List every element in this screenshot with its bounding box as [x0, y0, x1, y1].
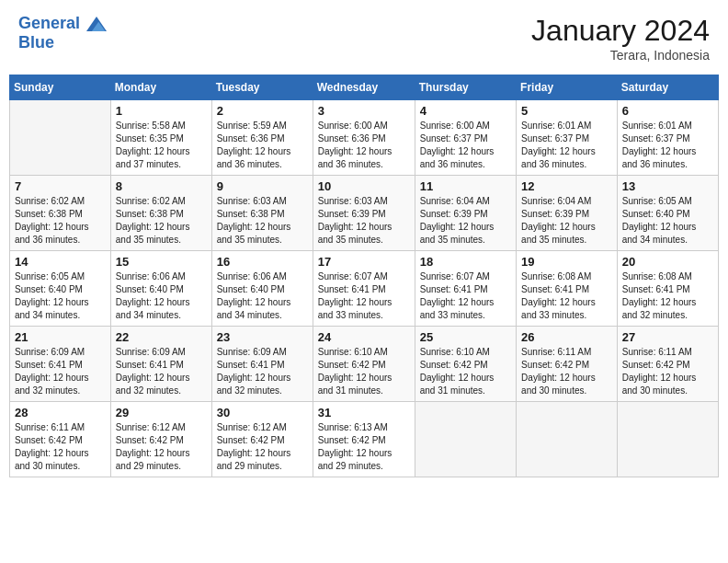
calendar-day-cell: 12Sunrise: 6:04 AM Sunset: 6:39 PM Dayli… [517, 176, 618, 251]
day-info: Sunrise: 6:10 AM Sunset: 6:42 PM Dayligh… [318, 346, 410, 397]
day-info: Sunrise: 6:04 AM Sunset: 6:39 PM Dayligh… [420, 195, 511, 247]
day-info: Sunrise: 6:10 AM Sunset: 6:42 PM Dayligh… [420, 346, 511, 397]
calendar-day-cell: 30Sunrise: 6:12 AM Sunset: 6:42 PM Dayli… [211, 402, 313, 477]
day-info: Sunrise: 6:09 AM Sunset: 6:41 PM Dayligh… [116, 346, 207, 397]
calendar-day-cell [617, 402, 718, 477]
calendar-day-cell: 2Sunrise: 5:59 AM Sunset: 6:36 PM Daylig… [211, 100, 313, 176]
calendar-day-cell [10, 100, 111, 176]
calendar-day-cell: 23Sunrise: 6:09 AM Sunset: 6:41 PM Dayli… [211, 327, 313, 402]
weekday-header: Tuesday [211, 75, 313, 100]
day-info: Sunrise: 6:09 AM Sunset: 6:41 PM Dayligh… [217, 346, 308, 397]
day-number: 19 [521, 255, 612, 269]
day-info: Sunrise: 6:07 AM Sunset: 6:41 PM Dayligh… [318, 270, 410, 322]
day-number: 10 [318, 179, 410, 193]
day-number: 30 [217, 406, 308, 419]
day-number: 2 [217, 104, 308, 118]
day-number: 5 [521, 104, 612, 118]
day-number: 16 [217, 255, 308, 269]
day-info: Sunrise: 6:11 AM Sunset: 6:42 PM Dayligh… [521, 346, 612, 397]
day-number: 8 [116, 179, 207, 193]
day-info: Sunrise: 6:11 AM Sunset: 6:42 PM Dayligh… [15, 421, 106, 473]
day-info: Sunrise: 6:00 AM Sunset: 6:36 PM Dayligh… [318, 120, 410, 171]
day-number: 12 [521, 179, 612, 193]
day-info: Sunrise: 6:06 AM Sunset: 6:40 PM Dayligh… [116, 270, 207, 322]
calendar-day-cell: 3Sunrise: 6:00 AM Sunset: 6:36 PM Daylig… [313, 100, 415, 176]
calendar-day-cell: 9Sunrise: 6:03 AM Sunset: 6:38 PM Daylig… [211, 176, 313, 251]
page-header: General Blue January 2024 Terara, Indone… [9, 9, 719, 67]
day-number: 9 [217, 179, 308, 193]
day-info: Sunrise: 6:03 AM Sunset: 6:38 PM Dayligh… [217, 195, 308, 247]
day-info: Sunrise: 6:09 AM Sunset: 6:41 PM Dayligh… [15, 346, 106, 397]
calendar-day-cell: 1Sunrise: 5:58 AM Sunset: 6:35 PM Daylig… [110, 100, 211, 176]
weekday-header: Friday [517, 75, 618, 100]
calendar-day-cell: 5Sunrise: 6:01 AM Sunset: 6:37 PM Daylig… [517, 100, 618, 176]
day-number: 11 [420, 179, 511, 193]
day-number: 1 [116, 104, 207, 118]
calendar-table: SundayMondayTuesdayWednesdayThursdayFrid… [9, 75, 719, 477]
day-number: 27 [622, 330, 713, 344]
calendar-day-cell: 13Sunrise: 6:05 AM Sunset: 6:40 PM Dayli… [617, 176, 718, 251]
calendar-day-cell: 29Sunrise: 6:12 AM Sunset: 6:42 PM Dayli… [110, 402, 211, 477]
day-info: Sunrise: 5:59 AM Sunset: 6:36 PM Dayligh… [217, 120, 308, 171]
weekday-header-row: SundayMondayTuesdayWednesdayThursdayFrid… [10, 75, 719, 100]
day-info: Sunrise: 6:08 AM Sunset: 6:41 PM Dayligh… [521, 270, 612, 322]
title-block: January 2024 Terara, Indonesia [531, 14, 710, 63]
day-info: Sunrise: 6:02 AM Sunset: 6:38 PM Dayligh… [15, 195, 106, 247]
calendar-day-cell: 21Sunrise: 6:09 AM Sunset: 6:41 PM Dayli… [10, 327, 111, 402]
location-subtitle: Terara, Indonesia [531, 48, 710, 63]
day-info: Sunrise: 6:12 AM Sunset: 6:42 PM Dayligh… [217, 421, 308, 473]
logo: General Blue [18, 14, 107, 52]
calendar-day-cell: 14Sunrise: 6:05 AM Sunset: 6:40 PM Dayli… [10, 251, 111, 327]
day-info: Sunrise: 6:08 AM Sunset: 6:41 PM Dayligh… [622, 270, 713, 322]
day-info: Sunrise: 6:05 AM Sunset: 6:40 PM Dayligh… [622, 195, 713, 247]
day-number: 24 [318, 330, 410, 344]
month-year-title: January 2024 [531, 14, 710, 48]
calendar-day-cell [517, 402, 618, 477]
day-number: 21 [15, 330, 106, 344]
weekday-header: Thursday [415, 75, 516, 100]
calendar-day-cell: 16Sunrise: 6:06 AM Sunset: 6:40 PM Dayli… [211, 251, 313, 327]
day-info: Sunrise: 6:03 AM Sunset: 6:39 PM Dayligh… [318, 195, 410, 247]
weekday-header: Sunday [10, 75, 111, 100]
day-info: Sunrise: 6:04 AM Sunset: 6:39 PM Dayligh… [521, 195, 612, 247]
calendar-day-cell: 4Sunrise: 6:00 AM Sunset: 6:37 PM Daylig… [415, 100, 516, 176]
logo-text: General [18, 14, 107, 34]
day-info: Sunrise: 5:58 AM Sunset: 6:35 PM Dayligh… [116, 120, 207, 171]
day-number: 13 [622, 179, 713, 193]
day-info: Sunrise: 6:00 AM Sunset: 6:37 PM Dayligh… [420, 120, 511, 171]
day-number: 15 [116, 255, 207, 269]
day-info: Sunrise: 6:12 AM Sunset: 6:42 PM Dayligh… [116, 421, 207, 473]
day-number: 22 [116, 330, 207, 344]
day-info: Sunrise: 6:02 AM Sunset: 6:38 PM Dayligh… [116, 195, 207, 247]
calendar-week-row: 1Sunrise: 5:58 AM Sunset: 6:35 PM Daylig… [10, 100, 719, 176]
day-info: Sunrise: 6:06 AM Sunset: 6:40 PM Dayligh… [217, 270, 308, 322]
calendar-day-cell: 19Sunrise: 6:08 AM Sunset: 6:41 PM Dayli… [517, 251, 618, 327]
day-number: 28 [15, 406, 106, 419]
calendar-day-cell: 28Sunrise: 6:11 AM Sunset: 6:42 PM Dayli… [10, 402, 111, 477]
logo-blue-text: Blue [18, 34, 107, 52]
day-number: 4 [420, 104, 511, 118]
calendar-day-cell: 8Sunrise: 6:02 AM Sunset: 6:38 PM Daylig… [110, 176, 211, 251]
day-number: 29 [116, 406, 207, 419]
calendar-day-cell: 24Sunrise: 6:10 AM Sunset: 6:42 PM Dayli… [313, 327, 415, 402]
day-number: 23 [217, 330, 308, 344]
day-number: 20 [622, 255, 713, 269]
day-number: 31 [318, 406, 410, 419]
weekday-header: Monday [110, 75, 211, 100]
weekday-header: Wednesday [313, 75, 415, 100]
day-info: Sunrise: 6:07 AM Sunset: 6:41 PM Dayligh… [420, 270, 511, 322]
calendar-day-cell: 27Sunrise: 6:11 AM Sunset: 6:42 PM Dayli… [617, 327, 718, 402]
calendar-day-cell: 20Sunrise: 6:08 AM Sunset: 6:41 PM Dayli… [617, 251, 718, 327]
day-number: 17 [318, 255, 410, 269]
day-number: 26 [521, 330, 612, 344]
calendar-day-cell [415, 402, 516, 477]
calendar-day-cell: 7Sunrise: 6:02 AM Sunset: 6:38 PM Daylig… [10, 176, 111, 251]
day-info: Sunrise: 6:01 AM Sunset: 6:37 PM Dayligh… [521, 120, 612, 171]
day-number: 25 [420, 330, 511, 344]
calendar-day-cell: 17Sunrise: 6:07 AM Sunset: 6:41 PM Dayli… [313, 251, 415, 327]
calendar-day-cell: 22Sunrise: 6:09 AM Sunset: 6:41 PM Dayli… [110, 327, 211, 402]
day-info: Sunrise: 6:13 AM Sunset: 6:42 PM Dayligh… [318, 421, 410, 473]
calendar-week-row: 21Sunrise: 6:09 AM Sunset: 6:41 PM Dayli… [10, 327, 719, 402]
calendar-day-cell: 10Sunrise: 6:03 AM Sunset: 6:39 PM Dayli… [313, 176, 415, 251]
day-number: 14 [15, 255, 106, 269]
